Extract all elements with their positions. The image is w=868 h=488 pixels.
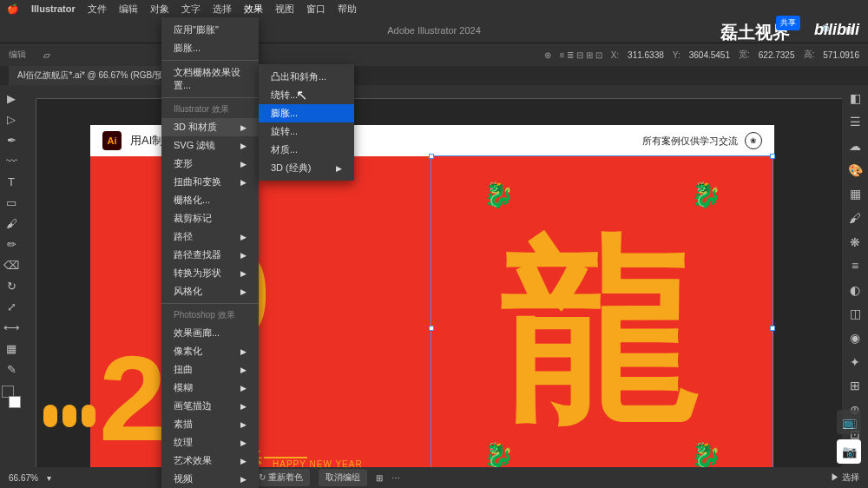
align-panel-icon[interactable]: ⊞ xyxy=(845,377,865,396)
menu-3d[interactable]: 3D 和材质▶ xyxy=(161,118,259,136)
type-tool-icon[interactable]: T xyxy=(2,172,21,191)
canvas[interactable]: Ai 用AI制作 所有案例仅供学习交流 ❀ 0 24 新年快乐 HAPPY NE… xyxy=(23,85,842,467)
properties-bar: 编辑 ▱ ⊕ ≡ ≣ ⊟ ⊞ ⊡ X: 311.6338 Y: 3604.545… xyxy=(0,43,868,66)
stroke-icon[interactable]: ▱ xyxy=(43,50,50,60)
menu-help[interactable]: 帮助 xyxy=(338,3,357,16)
menu-view[interactable]: 视图 xyxy=(275,3,294,16)
menu-file[interactable]: 文件 xyxy=(88,3,107,16)
menu-crop-marks[interactable]: 裁剪标记 xyxy=(161,209,259,228)
appearance-panel-icon[interactable]: ◉ xyxy=(845,328,865,347)
selection-handle[interactable] xyxy=(770,326,775,331)
eraser-tool-icon[interactable]: ⌫ xyxy=(2,255,21,274)
recolor-button[interactable]: ↻ 重新着色 xyxy=(252,469,310,486)
menu-video[interactable]: 视频▶ xyxy=(161,470,259,488)
menu-brush-strokes[interactable]: 画笔描边▶ xyxy=(161,397,259,415)
menu-raster-settings[interactable]: 文档栅格效果设置... xyxy=(161,63,259,95)
brushes-panel-icon[interactable]: 🖌 xyxy=(845,208,865,228)
menu-type[interactable]: 文字 xyxy=(181,3,201,16)
more-icon[interactable]: ⊞ xyxy=(376,473,383,483)
transparency-panel-icon[interactable]: ◫ xyxy=(845,305,865,324)
ruler-corner[interactable] xyxy=(23,85,36,99)
align-icons[interactable]: ≡ ≣ ⊟ ⊞ ⊡ xyxy=(560,50,602,60)
dragon-character: 龍 xyxy=(501,230,700,430)
swatches-panel-icon[interactable]: ▦ xyxy=(845,185,865,204)
menu-effect-gallery[interactable]: 效果画廊... xyxy=(161,324,259,342)
menu-3d-classic[interactable]: 3D (经典)▶ xyxy=(259,159,354,177)
artboard-1[interactable]: 0 24 新年快乐 HAPPY NEW YEAR xyxy=(90,156,431,467)
menu-convert-shape[interactable]: 转换为形状▶ xyxy=(161,264,259,282)
width-tool-icon[interactable]: ⟷ xyxy=(2,318,21,337)
menu-artistic[interactable]: 艺术效果▶ xyxy=(161,452,259,470)
ungroup-button[interactable]: 取消编组 xyxy=(319,469,367,486)
menu-warp[interactable]: 变形▶ xyxy=(161,155,259,173)
selection-handle[interactable] xyxy=(429,326,434,331)
x-value[interactable]: 311.6338 xyxy=(628,50,664,60)
tv-icon[interactable]: 📺 xyxy=(837,410,861,434)
pen-tool-icon[interactable]: ✒ xyxy=(2,130,21,149)
selection-handle[interactable] xyxy=(429,154,434,159)
ruler-vertical[interactable] xyxy=(23,85,36,467)
camera-icon[interactable]: 📷 xyxy=(837,439,861,464)
w-value[interactable]: 622.7325 xyxy=(759,50,795,60)
menu-distort-ps[interactable]: 扭曲▶ xyxy=(161,360,259,379)
menu-blur[interactable]: 模糊▶ xyxy=(161,379,259,397)
menu-object[interactable]: 对象 xyxy=(150,3,169,16)
graphic-styles-panel-icon[interactable]: ✦ xyxy=(845,353,865,372)
y-value[interactable]: 3604.5451 xyxy=(689,50,730,60)
curvature-tool-icon[interactable]: 〰 xyxy=(2,151,21,170)
menu-extrude[interactable]: 凸出和斜角... xyxy=(259,68,354,86)
menu-rasterize[interactable]: 栅格化... xyxy=(161,191,259,209)
apple-icon[interactable]: 🍎 xyxy=(7,3,19,15)
transform-icon[interactable]: ⊕ xyxy=(544,50,551,60)
shaper-tool-icon[interactable]: ✏ xyxy=(2,234,21,254)
direct-selection-tool-icon[interactable]: ▷ xyxy=(2,109,21,129)
artboard-2[interactable]: 🐉 🐉 🐉 🐉 龍 xyxy=(431,156,773,467)
more-icon-2[interactable]: ⋯ xyxy=(391,473,400,483)
scale-tool-icon[interactable]: ⤢ xyxy=(2,297,21,316)
menu-materials[interactable]: 材质... xyxy=(259,141,354,159)
menu-distort[interactable]: 扭曲和变换▶ xyxy=(161,173,259,191)
menu-pathfinder[interactable]: 路径查找器▶ xyxy=(161,246,259,264)
menu-sketch[interactable]: 素描▶ xyxy=(161,415,259,433)
properties-panel-icon[interactable]: ◧ xyxy=(845,89,865,108)
rotate-tool-icon[interactable]: ↻ xyxy=(2,276,21,295)
gradient-tool-icon[interactable]: ▦ xyxy=(2,339,21,358)
ruler-horizontal[interactable] xyxy=(36,85,842,99)
zoom-dropdown-icon[interactable]: ▾ xyxy=(47,473,51,483)
menubar: 🍎 Illustrator 文件 编辑 对象 文字 选择 效果 视图 窗口 帮助 xyxy=(0,0,868,17)
h-value[interactable]: 571.0916 xyxy=(823,50,859,60)
menu-pixelate[interactable]: 像素化▶ xyxy=(161,342,259,360)
menu-window[interactable]: 窗口 xyxy=(306,3,326,16)
menu-stylize[interactable]: 风格化▶ xyxy=(161,282,259,300)
effects-menu: 应用"膨胀" 膨胀... 文档栅格效果设置... Illustrator 效果 … xyxy=(161,17,259,488)
menu-inflate[interactable]: 膨胀... xyxy=(259,104,354,122)
menu-edit[interactable]: 编辑 xyxy=(119,3,138,16)
layers-panel-icon[interactable]: ☰ xyxy=(845,113,865,132)
edit-label: 编辑 xyxy=(9,49,26,61)
dragon-ornament-icon: 🐉 xyxy=(483,441,513,467)
libraries-panel-icon[interactable]: ☁ xyxy=(845,136,865,155)
document-tab[interactable]: AI佰亿旗舰店*.ai* @ 66.67% (RGB/预览) xyxy=(9,66,183,85)
menu-apply-last[interactable]: 应用"膨胀" xyxy=(161,21,259,39)
gradient-panel-icon[interactable]: ◐ xyxy=(845,280,865,300)
menu-rotate-3d[interactable]: 旋转... xyxy=(259,122,354,141)
menu-last-effect[interactable]: 膨胀... xyxy=(161,39,259,57)
menu-effect[interactable]: 效果 xyxy=(244,3,263,16)
menu-texture[interactable]: 纹理▶ xyxy=(161,433,259,452)
color-panel-icon[interactable]: 🎨 xyxy=(845,161,865,180)
x-label: X: xyxy=(611,50,619,60)
menu-svg-filters[interactable]: SVG 滤镜▶ xyxy=(161,136,259,155)
brush-tool-icon[interactable]: 🖌 xyxy=(2,214,21,233)
eyedropper-tool-icon[interactable]: ✎ xyxy=(2,359,21,379)
menu-path[interactable]: 路径▶ xyxy=(161,228,259,246)
selection-tool-icon[interactable]: ▶ xyxy=(2,89,21,108)
decorative-blobs xyxy=(43,405,95,427)
stroke-panel-icon[interactable]: ≡ xyxy=(845,256,865,275)
toolbox: ▶ ▷ ✒ 〰 T ▭ 🖌 ✏ ⌫ ↻ ⤢ ⟷ ▦ ✎ xyxy=(0,85,23,467)
menu-select[interactable]: 选择 xyxy=(213,3,232,16)
zoom-level[interactable]: 66.67% xyxy=(9,473,38,483)
symbols-panel-icon[interactable]: ❋ xyxy=(845,233,865,252)
rectangle-tool-icon[interactable]: ▭ xyxy=(2,193,21,212)
color-swatches[interactable] xyxy=(2,386,21,408)
selection-handle[interactable] xyxy=(770,154,775,159)
